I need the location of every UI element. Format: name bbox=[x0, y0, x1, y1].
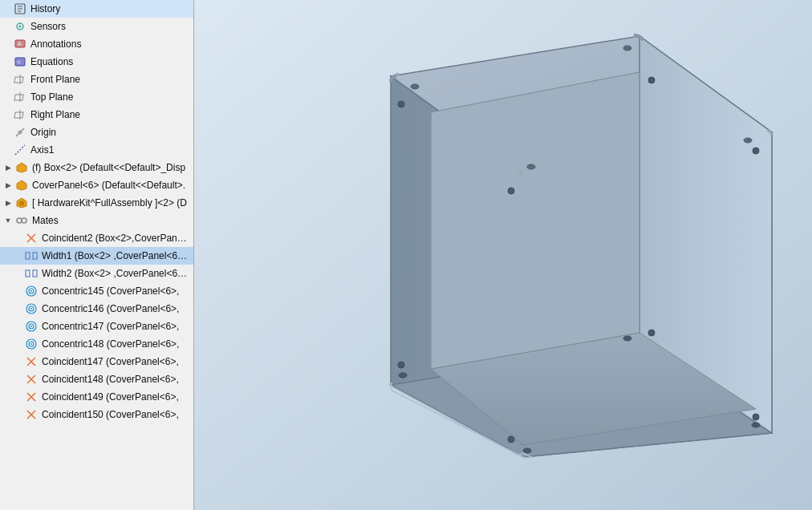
tree-item-right-plane[interactable]: Right Plane bbox=[0, 106, 193, 123]
icon-width bbox=[24, 266, 39, 281]
label-width2: Width2 (Box<2> ,CoverPanel<6… bbox=[42, 268, 187, 279]
feature-tree-sidebar[interactable]: HistorySensorsAAnnotations=EquationsFron… bbox=[0, 0, 194, 510]
svg-rect-14 bbox=[14, 112, 23, 118]
expand-arrow-coverpanel6[interactable]: ▶ bbox=[3, 180, 13, 190]
label-box2: (f) Box<2> (Default<<Default>_Disp bbox=[32, 162, 185, 173]
tree-item-annotations[interactable]: AAnnotations bbox=[0, 35, 193, 53]
svg-rect-12 bbox=[14, 95, 23, 100]
icon-coincident bbox=[24, 354, 39, 369]
label-history: History bbox=[30, 3, 60, 14]
tree-item-coincident148[interactable]: Coincident148 (CoverPanel<6>, bbox=[0, 370, 193, 388]
svg-point-63 bbox=[398, 101, 404, 107]
icon-origin bbox=[13, 125, 27, 140]
label-right-plane: Right Plane bbox=[30, 109, 80, 120]
icon-assembly bbox=[14, 196, 29, 210]
label-equations: Equations bbox=[30, 56, 73, 67]
label-coincident150: Coincident150 (CoverPanel<6>, bbox=[42, 409, 179, 420]
tree-item-history[interactable]: History bbox=[0, 0, 193, 18]
label-coincident149: Coincident149 (CoverPanel<6>, bbox=[42, 391, 179, 403]
icon-concentric bbox=[24, 319, 39, 334]
svg-point-23 bbox=[17, 218, 22, 223]
tree-item-width2[interactable]: Width2 (Box<2> ,CoverPanel<6… bbox=[0, 265, 193, 282]
tree-item-concentric147[interactable]: Concentric147 (CoverPanel<6>, bbox=[0, 318, 193, 335]
icon-coincident bbox=[24, 390, 39, 404]
tree-item-coincident149[interactable]: Coincident149 (CoverPanel<6>, bbox=[0, 388, 193, 406]
svg-line-18 bbox=[15, 145, 25, 155]
svg-rect-28 bbox=[33, 253, 37, 259]
svg-point-66 bbox=[508, 436, 514, 443]
svg-line-16 bbox=[16, 128, 24, 136]
label-coincident147: Coincident147 (CoverPanel<6>, bbox=[42, 356, 179, 367]
expand-arrow-hardwarekit[interactable]: ▶ bbox=[3, 198, 13, 208]
svg-point-67 bbox=[753, 148, 759, 154]
tree-item-origin[interactable]: Origin bbox=[0, 123, 193, 141]
label-coincident2: Coincident2 (Box<2>,CoverPan… bbox=[42, 233, 187, 244]
icon-plane bbox=[13, 90, 27, 104]
label-axis1: Axis1 bbox=[30, 144, 54, 156]
svg-marker-20 bbox=[17, 180, 26, 190]
tree-item-equations[interactable]: =Equations bbox=[0, 53, 193, 71]
label-origin: Origin bbox=[30, 127, 56, 138]
icon-coincident bbox=[24, 372, 39, 387]
icon-part bbox=[14, 160, 29, 175]
expand-arrow-box2[interactable]: ▶ bbox=[3, 163, 13, 172]
label-width1: Width1 (Box<2> ,CoverPanel<6… bbox=[42, 250, 187, 261]
label-front-plane: Front Plane bbox=[30, 74, 80, 85]
icon-coincident bbox=[24, 231, 39, 245]
svg-marker-19 bbox=[17, 163, 26, 172]
svg-point-24 bbox=[22, 218, 26, 223]
svg-text:=: = bbox=[17, 59, 21, 66]
svg-point-33 bbox=[30, 290, 32, 292]
icon-coincident bbox=[24, 407, 39, 422]
label-hardwarekit: [ HardwareKit^FullAssembly ]<2> (D bbox=[32, 197, 187, 208]
tree-item-hardwarekit[interactable]: ▶[ HardwareKit^FullAssembly ]<2> (D bbox=[0, 194, 193, 212]
svg-marker-58 bbox=[431, 72, 639, 369]
svg-text:A: A bbox=[18, 41, 22, 47]
icon-equation: = bbox=[13, 55, 27, 69]
icon-mates bbox=[14, 213, 29, 228]
tree-item-axis1[interactable]: Axis1 bbox=[0, 141, 193, 159]
svg-point-65 bbox=[508, 188, 514, 194]
label-coverpanel6: CoverPanel<6> (Default<<Default>. bbox=[32, 180, 185, 191]
tree-item-sensors[interactable]: Sensors bbox=[0, 18, 193, 35]
tree-item-concentric148[interactable]: Concentric148 (CoverPanel<6>, bbox=[0, 335, 193, 353]
icon-concentric bbox=[24, 284, 39, 298]
expand-arrow-mates[interactable]: ▼ bbox=[3, 216, 13, 225]
svg-rect-30 bbox=[33, 270, 37, 277]
svg-point-62 bbox=[527, 164, 535, 169]
label-coincident148: Coincident148 (CoverPanel<6>, bbox=[42, 374, 179, 385]
svg-point-5 bbox=[19, 26, 22, 28]
label-annotations: Annotations bbox=[30, 38, 81, 50]
svg-point-42 bbox=[30, 343, 32, 345]
icon-annotation: A bbox=[13, 37, 27, 51]
label-top-plane: Top Plane bbox=[30, 91, 73, 103]
label-mates: Mates bbox=[32, 215, 59, 226]
svg-point-39 bbox=[30, 326, 32, 327]
tree-item-coincident2[interactable]: Coincident2 (Box<2>,CoverPan… bbox=[0, 229, 193, 247]
svg-rect-10 bbox=[14, 77, 23, 83]
tree-item-coincident147[interactable]: Coincident147 (CoverPanel<6>, bbox=[0, 353, 193, 370]
svg-point-70 bbox=[648, 330, 655, 336]
tree-item-mates[interactable]: ▼Mates bbox=[0, 212, 193, 229]
svg-point-71 bbox=[399, 373, 407, 378]
tree-item-concentric146[interactable]: Concentric146 (CoverPanel<6>, bbox=[0, 300, 193, 318]
svg-point-68 bbox=[753, 414, 759, 420]
svg-point-64 bbox=[398, 362, 404, 368]
icon-concentric bbox=[24, 337, 39, 351]
tree-item-concentric145[interactable]: Concentric145 (CoverPanel<6>, bbox=[0, 282, 193, 300]
tree-item-top-plane[interactable]: Top Plane bbox=[0, 88, 193, 106]
svg-point-69 bbox=[648, 77, 655, 83]
tree-item-coincident150[interactable]: Coincident150 (CoverPanel<6>, bbox=[0, 406, 193, 423]
icon-part bbox=[14, 178, 29, 192]
icon-width bbox=[24, 249, 39, 263]
svg-point-72 bbox=[623, 336, 631, 341]
tree-item-coverpanel6[interactable]: ▶CoverPanel<6> (Default<<Default>. bbox=[0, 176, 193, 194]
svg-rect-29 bbox=[26, 270, 30, 277]
svg-point-61 bbox=[744, 138, 752, 143]
tree-item-front-plane[interactable]: Front Plane bbox=[0, 71, 193, 88]
svg-rect-27 bbox=[26, 253, 30, 259]
tree-item-width1[interactable]: Width1 (Box<2> ,CoverPanel<6… bbox=[0, 247, 193, 265]
label-concentric145: Concentric145 (CoverPanel<6>, bbox=[42, 285, 179, 297]
label-concentric148: Concentric148 (CoverPanel<6>, bbox=[42, 338, 179, 350]
tree-item-box2[interactable]: ▶(f) Box<2> (Default<<Default>_Disp bbox=[0, 159, 193, 176]
